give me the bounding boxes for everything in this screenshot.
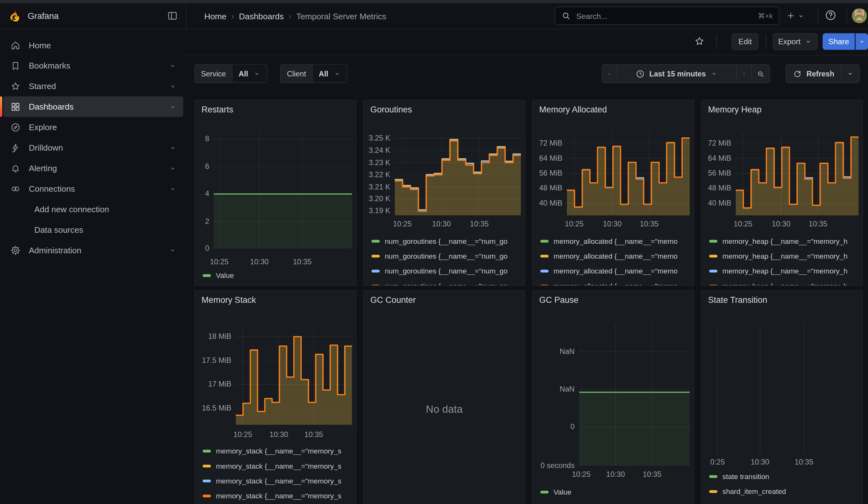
legend-item[interactable]: memory_heap {__name__="memory_h bbox=[709, 267, 848, 275]
legend-item[interactable]: memory_heap {__name__="memory_h bbox=[709, 282, 848, 286]
y-axis-tick: 40 MiB bbox=[704, 199, 731, 207]
gear-icon bbox=[10, 245, 21, 256]
legend-item[interactable]: memory_heap {__name__="memory_h bbox=[709, 237, 848, 245]
search-box[interactable]: ⌘+k bbox=[555, 7, 779, 25]
sidebar-item-bookmarks[interactable]: Bookmarks bbox=[3, 55, 183, 76]
chevron-down-icon[interactable] bbox=[169, 246, 177, 254]
legend-item[interactable]: memory_stack {__name__="memory_s bbox=[203, 447, 342, 455]
legend-item[interactable]: memory_allocated {__name__="memo bbox=[540, 267, 678, 275]
legend-label: num_goroutines {__name__="num_go bbox=[385, 282, 508, 286]
chevron-down-icon[interactable] bbox=[169, 144, 177, 152]
chart-plot-memory-heap[interactable] bbox=[736, 132, 859, 215]
legend-item[interactable]: num_goroutines {__name__="num_go bbox=[372, 282, 508, 286]
sidebar-item-home[interactable]: Home bbox=[3, 35, 183, 55]
legend-item[interactable]: num_goroutines {__name__="num_go bbox=[372, 237, 508, 245]
legend-item[interactable]: memory_stack {__name__="memory_s bbox=[203, 462, 342, 470]
time-back-button[interactable] bbox=[602, 64, 617, 83]
y-axis-tick: 0 bbox=[197, 244, 209, 252]
filter-value-dropdown[interactable]: All bbox=[313, 64, 348, 83]
legend-item[interactable]: memory_allocated {__name__="memo bbox=[540, 252, 678, 260]
bell-icon bbox=[10, 163, 21, 174]
panel-title[interactable]: Restarts bbox=[202, 104, 233, 115]
legend-item[interactable]: Value bbox=[540, 488, 572, 496]
zoom-out-icon[interactable] bbox=[751, 64, 770, 83]
refresh-button[interactable]: Refresh bbox=[786, 64, 841, 83]
chart-plot-state-transition[interactable] bbox=[707, 324, 859, 455]
panel-gc-pause: GC Pause0 seconds0NaNNaN10:2510:3010:35V… bbox=[532, 290, 694, 504]
panel-title[interactable]: Memory Stack bbox=[202, 295, 256, 305]
y-axis-tick: 72 MiB bbox=[704, 139, 731, 147]
legend-item[interactable]: shard_item_created bbox=[709, 487, 786, 495]
x-axis-tick: 10:30 bbox=[772, 220, 790, 228]
sidebar-item-alerting[interactable]: Alerting bbox=[3, 158, 183, 178]
no-data-message: No data bbox=[364, 403, 525, 415]
y-axis-tick: 40 MiB bbox=[535, 199, 562, 207]
legend-swatch bbox=[203, 495, 211, 497]
chevron-down-icon[interactable] bbox=[169, 82, 177, 90]
chart-plot-restarts[interactable] bbox=[214, 132, 352, 248]
header-divider bbox=[817, 9, 818, 23]
grafana-app: Grafana Home›Dashboards›Temporal Server … bbox=[0, 0, 868, 504]
breadcrumb-item[interactable]: Dashboards bbox=[239, 11, 284, 21]
legend-item[interactable]: Value bbox=[203, 271, 234, 279]
favorite-star-icon[interactable] bbox=[694, 35, 705, 47]
sidebar-item-administration[interactable]: Administration bbox=[3, 240, 183, 260]
chart-plot-gc-pause[interactable] bbox=[579, 323, 690, 465]
legend-swatch bbox=[540, 270, 549, 272]
time-forward-button[interactable] bbox=[736, 64, 752, 83]
sidebar-item-data-sources[interactable]: Data sources bbox=[3, 219, 183, 240]
breadcrumb-item[interactable]: Home bbox=[204, 11, 226, 21]
panel-title[interactable]: Memory Allocated bbox=[539, 104, 607, 115]
share-button[interactable]: Share bbox=[823, 33, 855, 50]
refresh-interval-dropdown[interactable] bbox=[841, 64, 860, 83]
chevron-down-icon[interactable] bbox=[169, 62, 177, 70]
panel-title[interactable]: GC Pause bbox=[539, 295, 579, 305]
avatar[interactable] bbox=[852, 8, 867, 23]
sidebar-item-dashboards[interactable]: Dashboards bbox=[3, 96, 183, 117]
x-axis-tick: 10:25 bbox=[393, 220, 412, 228]
grafana-logo-icon[interactable] bbox=[7, 9, 22, 23]
export-button[interactable]: Export bbox=[773, 33, 817, 50]
sidebar-item-starred[interactable]: Starred bbox=[3, 76, 183, 96]
legend-item[interactable]: num_goroutines {__name__="num_go bbox=[372, 267, 508, 275]
time-range-picker[interactable]: Last 15 minutes bbox=[617, 64, 737, 83]
x-axis-tick: 10:25 bbox=[565, 220, 583, 228]
sidebar-item-add-new-connection[interactable]: Add new connection bbox=[3, 199, 183, 219]
sidebar-item-label: Administration bbox=[29, 245, 169, 255]
help-icon[interactable] bbox=[824, 9, 837, 21]
legend-item[interactable]: state transition bbox=[709, 472, 769, 481]
sidebar-item-explore[interactable]: Explore bbox=[3, 117, 183, 137]
panel-title[interactable]: Memory Heap bbox=[708, 104, 762, 115]
add-button[interactable] bbox=[783, 7, 808, 25]
sidebar-item-connections[interactable]: Connections bbox=[3, 178, 183, 199]
chart-plot-goroutines[interactable] bbox=[394, 132, 521, 215]
breadcrumb-separator: › bbox=[231, 12, 234, 21]
chevron-down-icon[interactable] bbox=[169, 103, 177, 111]
chart-plot-memory-stack[interactable] bbox=[236, 330, 352, 425]
legend-item[interactable]: memory_heap {__name__="memory_h bbox=[709, 252, 848, 260]
chart-plot-memory-allocated[interactable] bbox=[567, 132, 690, 215]
panel-title[interactable]: Goroutines bbox=[370, 104, 412, 115]
filter-value-dropdown[interactable]: All bbox=[232, 64, 268, 83]
legend-item[interactable]: memory_allocated {__name__="memo bbox=[540, 282, 678, 286]
edit-button[interactable]: Edit bbox=[732, 33, 758, 50]
panel-title[interactable]: State Transition bbox=[708, 295, 767, 305]
chevron-up-icon[interactable] bbox=[169, 185, 177, 193]
legend-item[interactable]: memory_allocated {__name__="memo bbox=[540, 237, 678, 245]
legend-item[interactable]: memory_stack {__name__="memory_s bbox=[203, 477, 342, 485]
legend-label: memory_heap {__name__="memory_h bbox=[723, 237, 848, 245]
y-axis-tick: 16.5 MiB bbox=[197, 404, 231, 412]
sidebar-item-drilldown[interactable]: Drilldown bbox=[3, 137, 183, 158]
share-dropdown-button[interactable] bbox=[855, 33, 868, 50]
legend-swatch bbox=[540, 285, 549, 286]
x-axis-tick: 10:30 bbox=[603, 220, 621, 228]
panel-title[interactable]: GC Counter bbox=[370, 295, 416, 305]
chevron-down-icon[interactable] bbox=[169, 164, 177, 172]
panel-left-icon[interactable] bbox=[167, 10, 178, 22]
legend-item[interactable]: memory_stack {__name__="memory_s bbox=[203, 492, 342, 500]
legend-label: num_goroutines {__name__="num_go bbox=[385, 252, 508, 260]
search-input[interactable] bbox=[575, 11, 753, 21]
y-axis-tick: 8 bbox=[197, 135, 209, 143]
chevron-down-icon bbox=[858, 38, 866, 45]
legend-item[interactable]: num_goroutines {__name__="num_go bbox=[372, 252, 508, 260]
